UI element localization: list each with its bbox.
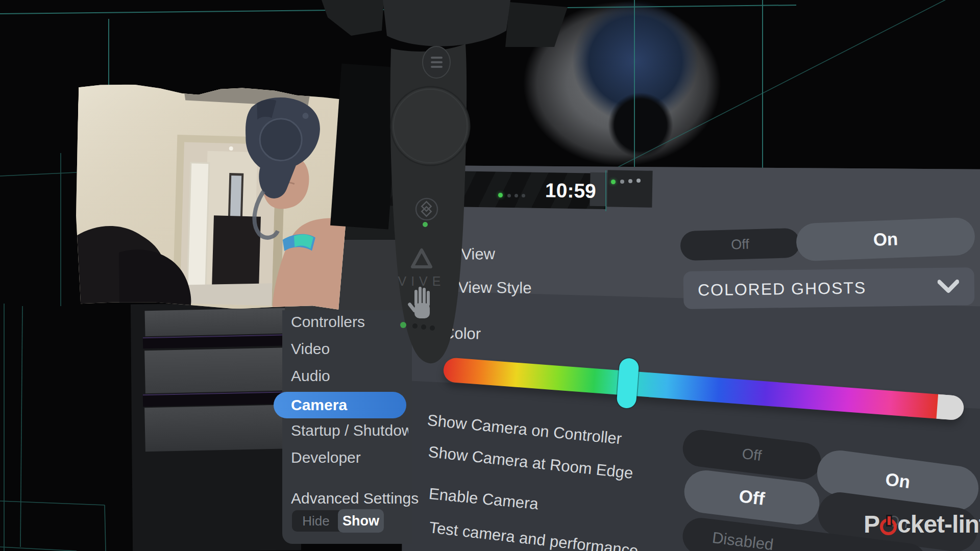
pocket-lint-watermark: Pcket-lint (864, 510, 980, 538)
watermark-prefix: P (864, 510, 879, 538)
vive-controller: VIVE (306, 0, 582, 388)
controller-ring-left (322, 0, 384, 36)
advanced-settings-label: Advanced Settings (291, 490, 419, 507)
sidebar-item-startup-shutdown[interactable]: Startup / Shutdown (291, 420, 408, 441)
room-view-toggle-on[interactable]: On (796, 217, 976, 261)
tracking-dot-green (611, 180, 616, 184)
power-icon (880, 518, 897, 535)
clock-bar-notch (607, 170, 652, 208)
watermark-suffix: cket-lint (897, 510, 980, 538)
tracking-dot (636, 179, 641, 183)
room-view-toggle-off[interactable]: Off (680, 228, 800, 261)
chevron-down-icon (938, 279, 959, 294)
background-dark-spot (597, 82, 684, 168)
advanced-settings-visibility-toggle[interactable]: Hide Show (292, 509, 384, 533)
status-led (423, 222, 428, 227)
cabinet-drawer (145, 308, 300, 336)
grid-line-vertical (605, 170, 606, 211)
tracking-dot (620, 180, 624, 184)
controller-dot (412, 323, 418, 329)
tracking-dot (628, 179, 632, 183)
color-slider-end-cap (936, 394, 964, 421)
controller-dot (421, 324, 426, 330)
room-view-style-dropdown[interactable]: COLORED GHOSTS (683, 267, 975, 309)
controller-dot-green (400, 322, 406, 328)
room-view-style-value: COLORED GHOSTS (698, 278, 938, 300)
controller-head (383, 0, 510, 46)
controller-ring-right (505, 2, 568, 47)
menu-icon (431, 57, 443, 68)
sidebar-item-camera-label: Camera (291, 396, 347, 414)
sidebar-item-developer[interactable]: Developer (291, 447, 408, 468)
controller-dot (430, 325, 435, 331)
hide-option[interactable]: Hide (292, 510, 340, 532)
show-option[interactable]: Show (338, 509, 384, 533)
color-slider-handle[interactable] (616, 358, 639, 409)
sidebar-item-camera[interactable]: Camera (274, 392, 406, 418)
cabinet-drawer (144, 347, 300, 393)
vive-brand-text: VIVE (398, 274, 446, 288)
touchpad (391, 87, 470, 165)
